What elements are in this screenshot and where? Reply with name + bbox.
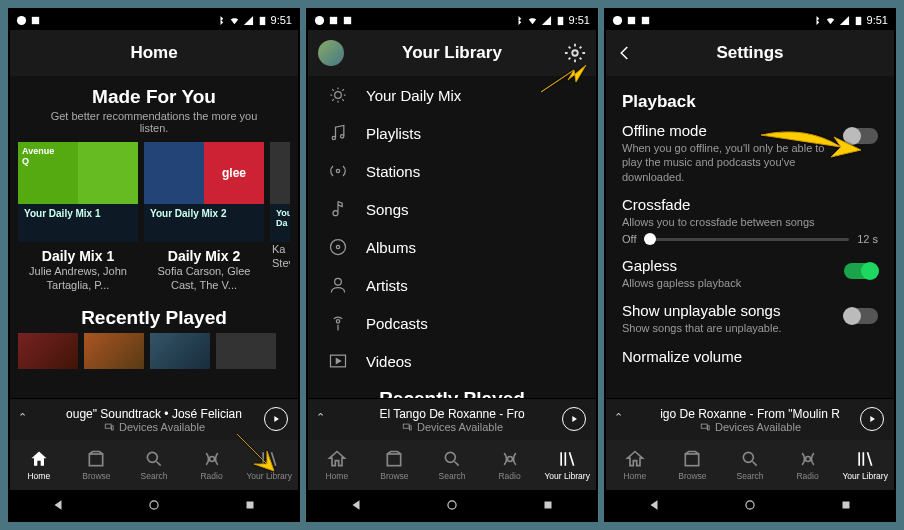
daily-mix-card-3[interactable]: Your Da Ka Stev...	[270, 142, 290, 293]
tab-search[interactable]: Search	[125, 440, 183, 490]
chevron-up-icon[interactable]: ⌃	[316, 411, 325, 424]
offline-toggle[interactable]	[844, 128, 878, 144]
tab-radio[interactable]: Radio	[481, 440, 539, 490]
nav-back-icon[interactable]	[349, 498, 363, 512]
made-for-you-heading: Made For You	[10, 86, 298, 108]
lib-item-songs[interactable]: Songs	[308, 190, 596, 228]
recent-thumb[interactable]	[84, 333, 144, 369]
tab-library[interactable]: Your Library	[538, 440, 596, 490]
recently-played-row[interactable]	[10, 329, 298, 369]
lib-item-playlists[interactable]: Playlists	[308, 114, 596, 152]
nav-home-icon[interactable]	[743, 498, 757, 512]
play-button[interactable]	[562, 407, 586, 431]
nav-back-icon[interactable]	[647, 498, 661, 512]
svg-point-41	[746, 501, 754, 509]
tab-home[interactable]: Home	[606, 440, 664, 490]
svg-rect-12	[344, 16, 351, 23]
status-bar: 9:51	[10, 10, 298, 30]
song-icon	[328, 199, 348, 219]
daily-mix-card-2[interactable]: glee Your Daily Mix 2 Daily Mix 2 Sofia …	[144, 142, 264, 293]
nav-recent-icon[interactable]	[839, 498, 853, 512]
chevron-up-icon[interactable]: ⌃	[18, 411, 27, 424]
now-playing-track: El Tango De Roxanne - Fro	[379, 407, 524, 421]
gear-icon[interactable]	[564, 42, 586, 64]
nav-home-icon[interactable]	[445, 498, 459, 512]
svg-point-23	[336, 320, 339, 323]
back-icon[interactable]	[616, 44, 634, 62]
radio-icon	[328, 161, 348, 181]
tab-browse[interactable]: Browse	[366, 440, 424, 490]
play-button[interactable]	[860, 407, 884, 431]
svg-point-6	[147, 452, 157, 462]
battery-icon	[257, 15, 268, 26]
svg-point-10	[315, 15, 324, 24]
svg-point-19	[333, 211, 338, 216]
play-icon	[271, 414, 281, 424]
crossfade-slider[interactable]	[644, 238, 849, 241]
recent-thumb[interactable]	[18, 333, 78, 369]
svg-point-28	[445, 452, 455, 462]
spotify-indicator-icon	[314, 15, 325, 26]
nav-recent-icon[interactable]	[541, 498, 555, 512]
daily-mix-cards[interactable]: AvenueQ Your Daily Mix 1 Daily Mix 1 Jul…	[10, 142, 298, 293]
svg-rect-27	[388, 454, 401, 466]
svg-point-21	[336, 245, 339, 248]
recent-thumb[interactable]	[150, 333, 210, 369]
radio-icon	[500, 449, 520, 469]
recently-played-heading: Recently Played	[10, 307, 298, 329]
lib-item-albums[interactable]: Albums	[308, 228, 596, 266]
tab-search[interactable]: Search	[721, 440, 779, 490]
tab-radio[interactable]: Radio	[183, 440, 241, 490]
tab-home[interactable]: Home	[10, 440, 68, 490]
svg-point-39	[743, 452, 753, 462]
svg-point-16	[332, 136, 335, 139]
setting-unplayable[interactable]: Show unplayable songs Show songs that ar…	[622, 302, 878, 335]
recent-thumb[interactable]	[216, 333, 276, 369]
tab-radio[interactable]: Radio	[779, 440, 837, 490]
nav-recent-icon[interactable]	[243, 498, 257, 512]
signal-icon	[839, 15, 850, 26]
home-icon	[625, 449, 645, 469]
lib-item-podcasts[interactable]: Podcasts	[308, 304, 596, 342]
unplayable-toggle[interactable]	[844, 308, 878, 324]
settings-content[interactable]: Playback Offline mode When you go offlin…	[606, 76, 894, 398]
setting-normalize[interactable]: Normalize volume	[622, 348, 878, 365]
svg-rect-1	[32, 16, 39, 23]
podcast-icon	[328, 313, 348, 333]
gapless-toggle[interactable]	[844, 263, 878, 279]
tab-library[interactable]: Your Library	[836, 440, 894, 490]
nav-back-icon[interactable]	[51, 498, 65, 512]
screenshot-icon	[626, 15, 637, 26]
spotify-indicator-icon	[16, 15, 27, 26]
nav-home-icon[interactable]	[147, 498, 161, 512]
wifi-icon	[825, 15, 836, 26]
library-content[interactable]: Your Daily Mix Playlists Stations Songs …	[308, 76, 596, 398]
now-playing-bar[interactable]: ⌃ igo De Roxanne - From "Moulin R Device…	[606, 398, 894, 440]
android-nav	[308, 490, 596, 520]
tab-home[interactable]: Home	[308, 440, 366, 490]
home-content[interactable]: Made For You Get better recommendations …	[10, 76, 298, 398]
play-button[interactable]	[264, 407, 288, 431]
header-library: Your Library	[308, 30, 596, 76]
daily-mix-card-1[interactable]: AvenueQ Your Daily Mix 1 Daily Mix 1 Jul…	[18, 142, 138, 293]
lib-item-artists[interactable]: Artists	[308, 266, 596, 304]
svg-rect-31	[545, 502, 552, 509]
lib-item-stations[interactable]: Stations	[308, 152, 596, 190]
tab-browse[interactable]: Browse	[664, 440, 722, 490]
chevron-up-icon[interactable]: ⌃	[614, 411, 623, 424]
tab-search[interactable]: Search	[423, 440, 481, 490]
setting-offline[interactable]: Offline mode When you go offline, you'll…	[622, 122, 878, 184]
svg-rect-11	[330, 16, 337, 23]
setting-gapless[interactable]: Gapless Allows gapless playback	[622, 257, 878, 290]
tab-library[interactable]: Your Library	[240, 440, 298, 490]
now-playing-bar[interactable]: ⌃ ouge" Soundtrack • José Felician Devic…	[10, 398, 298, 440]
now-playing-bar[interactable]: ⌃ El Tango De Roxanne - Fro Devices Avai…	[308, 398, 596, 440]
lib-item-daily-mix[interactable]: Your Daily Mix	[308, 76, 596, 114]
page-title: Your Library	[402, 43, 502, 63]
tab-browse[interactable]: Browse	[68, 440, 126, 490]
album-icon	[328, 237, 348, 257]
avatar[interactable]	[318, 40, 344, 66]
lib-item-videos[interactable]: Videos	[308, 342, 596, 380]
svg-rect-36	[701, 424, 707, 428]
radio-icon	[798, 449, 818, 469]
